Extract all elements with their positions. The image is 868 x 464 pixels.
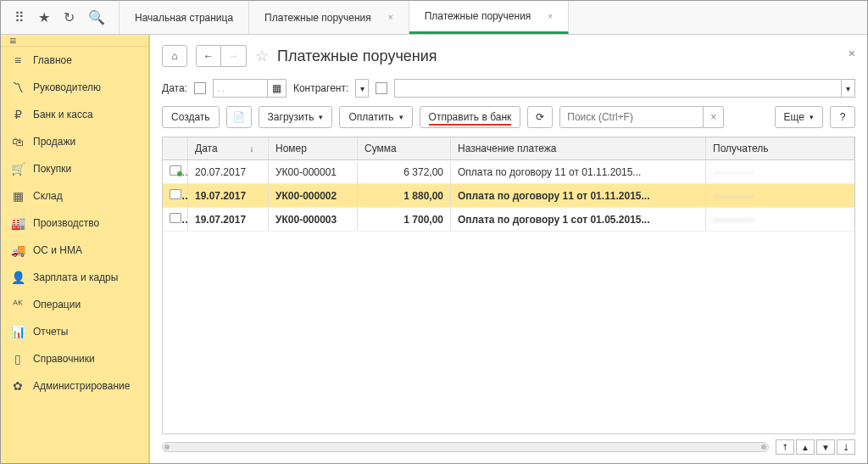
sidebar-item[interactable]: ▯Справочники <box>1 345 148 372</box>
sidebar-icon: 🏭 <box>11 216 25 230</box>
close-icon[interactable]: × <box>548 12 553 21</box>
search-icon[interactable]: 🔍 <box>88 9 105 25</box>
cell-purpose: Оплата по договору 11 от 01.11.2015... <box>451 185 706 207</box>
sidebar-item[interactable]: 🚚ОС и НМА <box>1 237 148 264</box>
page-title: Платежные поручения <box>277 48 437 65</box>
sidebar-item[interactable]: ₽Банк и касса <box>1 101 148 128</box>
sidebar-label: Операции <box>33 299 81 310</box>
close-icon[interactable]: × <box>849 47 855 60</box>
document-icon <box>170 165 181 176</box>
sidebar-icon: ▦ <box>11 189 25 203</box>
sidebar-label: Склад <box>33 190 63 202</box>
history-icon[interactable]: ↻ <box>64 9 75 25</box>
filter-row: Дата: ▦ Контрагент: ▾ ▾ <box>150 75 867 106</box>
search-clear-button[interactable]: × <box>704 106 724 128</box>
sidebar-item[interactable]: ✿Администрирование <box>1 372 148 400</box>
sidebar-icon: 〽 <box>11 81 25 94</box>
sidebar-item[interactable]: ≡Главное <box>1 47 148 74</box>
sidebar-label: Продажи <box>33 136 75 148</box>
cell-recipient: ———— <box>706 161 854 183</box>
column-date[interactable]: Дата↓ <box>188 137 269 159</box>
sidebar-icon: ▯ <box>11 352 25 366</box>
sidebar-item[interactable]: 👤Зарплата и кадры <box>1 264 148 291</box>
sidebar-item[interactable]: ▦Склад <box>1 182 148 210</box>
kontragent-label: Контрагент: <box>293 82 348 94</box>
sidebar-icon: 🚚 <box>11 243 25 257</box>
cell-purpose: Оплата по договору 11 от 01.11.2015... <box>451 161 706 183</box>
date-input[interactable] <box>213 79 268 98</box>
send-to-bank-button[interactable]: Отправить в банк <box>420 106 521 128</box>
cell-date: 20.07.2017 <box>188 161 269 183</box>
sidebar: ≡ ≡Главное〽Руководителю₽Банк и касса🛍Про… <box>1 35 149 463</box>
help-button[interactable]: ? <box>830 106 855 128</box>
cell-sum: 6 372,00 <box>358 161 451 183</box>
kontragent-checkbox[interactable] <box>376 82 387 94</box>
kontragent-input[interactable] <box>394 79 842 98</box>
create-button[interactable]: Создать <box>162 106 220 128</box>
tab-payments-1[interactable]: Платежные поручения × <box>249 1 409 34</box>
close-icon[interactable]: × <box>388 13 393 22</box>
sidebar-item[interactable]: ᴬᴷОперации <box>1 291 148 318</box>
sidebar-label: Справочники <box>33 353 95 365</box>
nav-down-button[interactable]: ▼ <box>816 439 835 455</box>
column-purpose[interactable]: Назначение платежа <box>451 137 706 159</box>
sidebar-item[interactable]: 🛍Продажи <box>1 128 148 155</box>
home-button[interactable]: ⌂ <box>162 45 187 67</box>
date-label: Дата: <box>162 82 187 94</box>
sidebar-label: Банк и касса <box>33 109 93 120</box>
sidebar-item[interactable]: 🏭Производство <box>1 210 148 237</box>
cell-recipient: ———— <box>706 209 854 231</box>
nav-first-button[interactable]: ⤒ <box>776 439 794 455</box>
sidebar-label: Производство <box>33 217 99 229</box>
search-input[interactable] <box>559 106 704 128</box>
forward-button[interactable]: → <box>221 45 247 67</box>
column-sum[interactable]: Сумма <box>358 137 451 159</box>
load-button[interactable]: Загрузить▾ <box>259 106 333 128</box>
table-row[interactable]: 19.07.2017УК00-0000031 700,00Оплата по д… <box>163 208 854 232</box>
copy-button[interactable]: 📄 <box>226 106 252 128</box>
horizontal-scrollbar[interactable] <box>162 442 769 452</box>
tab-label: Начальная страница <box>135 12 233 24</box>
column-number[interactable]: Номер <box>269 137 358 159</box>
data-table: Дата↓ Номер Сумма Назначение платежа Пол… <box>162 137 855 434</box>
refresh-button[interactable]: ⟳ <box>527 106 553 128</box>
sidebar-label: Главное <box>33 54 72 66</box>
sidebar-icon: 🛒 <box>11 162 25 176</box>
nav-up-button[interactable]: ▲ <box>796 439 815 455</box>
apps-icon[interactable]: ⠿ <box>14 9 25 25</box>
sidebar-icon: ≡ <box>11 53 25 67</box>
sidebar-icon: ᴬᴷ <box>11 298 25 311</box>
calendar-icon[interactable]: ▦ <box>268 79 287 98</box>
sidebar-label: Зарплата и кадры <box>33 271 118 283</box>
kontragent-dropdown[interactable]: ▾ <box>355 79 369 98</box>
tab-label: Платежные поручения <box>425 10 531 22</box>
sidebar-header: ≡ <box>1 35 148 47</box>
cell-number: УК00-000001 <box>269 161 358 183</box>
table-row[interactable]: 19.07.2017УК00-0000021 880,00Оплата по д… <box>163 184 854 208</box>
favorite-icon[interactable]: ☆ <box>255 47 269 65</box>
back-button[interactable]: ← <box>196 45 221 67</box>
column-icon[interactable] <box>163 137 188 159</box>
topbar: ⠿ ★ ↻ 🔍 Начальная страница Платежные пор… <box>1 1 867 35</box>
column-recipient[interactable]: Получатель <box>706 137 854 159</box>
sidebar-item[interactable]: 📊Отчеты <box>1 318 148 345</box>
sidebar-item[interactable]: 🛒Покупки <box>1 155 148 182</box>
sidebar-label: Отчеты <box>33 326 68 338</box>
star-icon[interactable]: ★ <box>38 9 50 25</box>
sidebar-item[interactable]: 〽Руководителю <box>1 74 148 101</box>
tab-payments-2[interactable]: Платежные поручения × <box>409 1 570 34</box>
date-checkbox[interactable] <box>194 82 206 94</box>
dropdown-icon[interactable]: ▾ <box>842 79 855 98</box>
cell-purpose: Оплата по договору 1 сот 01.05.2015... <box>451 209 706 231</box>
more-button[interactable]: Еще▾ <box>775 106 823 128</box>
cell-sum: 1 700,00 <box>358 209 451 231</box>
menu-icon[interactable]: ≡ <box>9 34 16 48</box>
document-icon <box>170 189 181 199</box>
pay-button[interactable]: Оплатить▾ <box>339 106 412 128</box>
tab-label: Платежные поручения <box>264 12 371 24</box>
table-header: Дата↓ Номер Сумма Назначение платежа Пол… <box>163 137 854 160</box>
table-row[interactable]: 20.07.2017УК00-0000016 372,00Оплата по д… <box>163 160 854 184</box>
tab-home[interactable]: Начальная страница <box>120 1 249 34</box>
sidebar-icon: 📊 <box>11 325 25 338</box>
nav-last-button[interactable]: ⤓ <box>837 439 855 455</box>
